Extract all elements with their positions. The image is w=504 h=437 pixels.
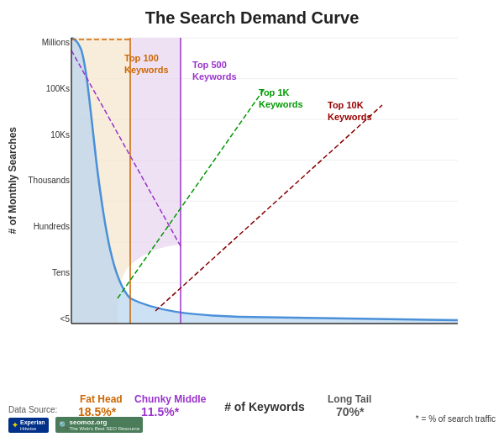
y-tick-labels: Millions 100Ks 10Ks Thousands Hundreds T… [21,38,70,324]
y-tick-hundreds: Hundreds [21,222,70,231]
segment-longtail-label: Long Tail [328,393,371,405]
data-source-label: Data Source: [8,405,143,414]
y-axis-label: # of Monthly Searches [4,38,21,324]
seomoz-logo: 🔍 seomoz.org The Web's Best SEO Resource [55,417,144,433]
main-chart [71,38,458,324]
data-source-section: Data Source: ✦ ExperianHitwise 🔍 seomoz.… [8,405,143,433]
y-tick-lt5: <5 [21,314,70,324]
experian-text: ExperianHitwise [20,419,45,431]
y-tick-thousands: Thousands [21,176,70,185]
segment-fat-head-label: Fat Head [80,393,123,405]
y-tick-10ks: 10Ks [21,130,70,140]
annotation-top100: Top 100Keywords [124,52,169,76]
chart-container: The Search Demand Curve # of Monthly Sea… [0,0,504,437]
seomoz-text: seomoz.org [70,419,140,426]
y-tick-millions: Millions [21,38,70,47]
y-tick-tens: Tens [21,268,70,277]
y-tick-100ks: 100Ks [21,84,70,93]
chart-title: The Search Demand Curve [0,0,504,32]
logos: ✦ ExperianHitwise 🔍 seomoz.org The Web's… [8,417,143,433]
experian-logo: ✦ ExperianHitwise [8,418,49,433]
annotation-top10k: Top 10KKeywords [328,99,372,124]
footer-section: Data Source: ✦ ExperianHitwise 🔍 seomoz.… [8,405,496,433]
segment-chunky-label: Chunky Middle [134,393,206,405]
annotation-top500: Top 500Keywords [192,59,237,83]
annotation-top1k: Top 1KKeywords [259,87,303,111]
footnote: * = % of search traffic [416,414,496,424]
